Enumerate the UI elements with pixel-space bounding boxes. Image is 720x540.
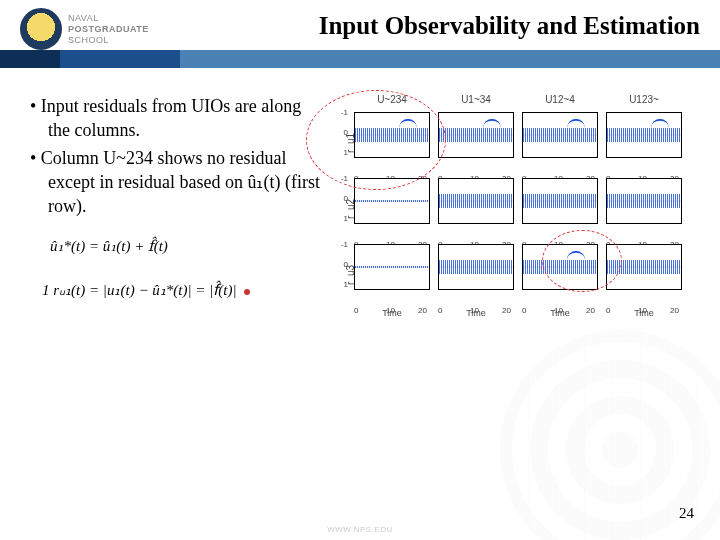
chart-row-2: r_u3 -10101020010200102001020 bbox=[350, 242, 700, 308]
y-ticks: -101 bbox=[336, 242, 350, 288]
slide-body: Input residuals from UIOs are along the … bbox=[0, 68, 720, 322]
page-number: 24 bbox=[679, 505, 694, 522]
eq2-body: rᵤ₁(t) = |u₁(t) − û₁*(t)| = |f̂(t)| bbox=[53, 282, 236, 298]
subplot: 01020 bbox=[602, 242, 686, 308]
y-ticks: -101 bbox=[336, 110, 350, 156]
subplot: -10101020 bbox=[350, 242, 434, 308]
y-ticks: -101 bbox=[336, 176, 350, 222]
plot-area bbox=[522, 244, 598, 290]
chart-grid: U~234 U1~34 U12~4 U123~ r_u1 -1010102001… bbox=[330, 94, 700, 322]
institution-logo-block: NAVAL POSTGRADUATE SCHOOL bbox=[20, 8, 149, 50]
plot-area bbox=[354, 178, 430, 224]
slide-header: NAVAL POSTGRADUATE SCHOOL Input Observab… bbox=[0, 0, 720, 50]
chart-row-0: r_u1 -10101020010200102001020 bbox=[350, 110, 700, 176]
inst-line3: SCHOOL bbox=[68, 35, 109, 45]
header-gradient-band bbox=[0, 50, 720, 68]
col-title-2: U12~4 bbox=[518, 94, 602, 110]
col-title-0: U~234 bbox=[350, 94, 434, 110]
nps-seal-icon bbox=[20, 8, 62, 50]
column-titles: U~234 U1~34 U12~4 U123~ bbox=[350, 94, 700, 110]
plot-area bbox=[606, 178, 682, 224]
inst-line1: NAVAL bbox=[68, 13, 99, 23]
footer-url: WWW.NPS.EDU bbox=[327, 525, 393, 534]
plot-area bbox=[354, 112, 430, 158]
subplot: 01020 bbox=[518, 176, 602, 242]
equation-1: û₁*(t) = û₁(t) + f̂(t) bbox=[30, 234, 320, 258]
institution-name: NAVAL POSTGRADUATE SCHOOL bbox=[68, 13, 149, 46]
bullet-1: Input residuals from UIOs are along the … bbox=[30, 94, 320, 142]
subplot: -10101020 bbox=[350, 176, 434, 242]
subplot: -10101020 bbox=[350, 110, 434, 176]
plot-area bbox=[522, 112, 598, 158]
subplot: 01020 bbox=[434, 176, 518, 242]
plot-area bbox=[438, 112, 514, 158]
plot-area bbox=[606, 112, 682, 158]
text-column: Input residuals from UIOs are along the … bbox=[30, 94, 320, 322]
col-title-1: U1~34 bbox=[434, 94, 518, 110]
plot-area bbox=[438, 244, 514, 290]
slide-title: Input Observability and Estimation bbox=[161, 8, 700, 40]
chart-row-1: r_u2 -10101020010200102001020 bbox=[350, 176, 700, 242]
subplot: 01020 bbox=[518, 110, 602, 176]
plot-area bbox=[522, 178, 598, 224]
col-title-3: U123~ bbox=[602, 94, 686, 110]
equation-2: 1 rᵤ₁(t) = |u₁(t) − û₁*(t)| = |f̂(t)| bbox=[30, 278, 320, 302]
plot-area bbox=[606, 244, 682, 290]
subplot: 01020 bbox=[434, 110, 518, 176]
subplot: 01020 bbox=[602, 110, 686, 176]
subplot: 01020 bbox=[602, 176, 686, 242]
subplot: 01020 bbox=[434, 242, 518, 308]
subplot: 01020 bbox=[518, 242, 602, 308]
plot-area bbox=[438, 178, 514, 224]
inst-line2: POSTGRADUATE bbox=[68, 24, 149, 34]
plot-area bbox=[354, 244, 430, 290]
bullet-2: Column U~234 shows no residual except in… bbox=[30, 146, 320, 218]
red-dot-icon bbox=[244, 289, 250, 295]
eq2-num: 1 bbox=[42, 282, 50, 298]
